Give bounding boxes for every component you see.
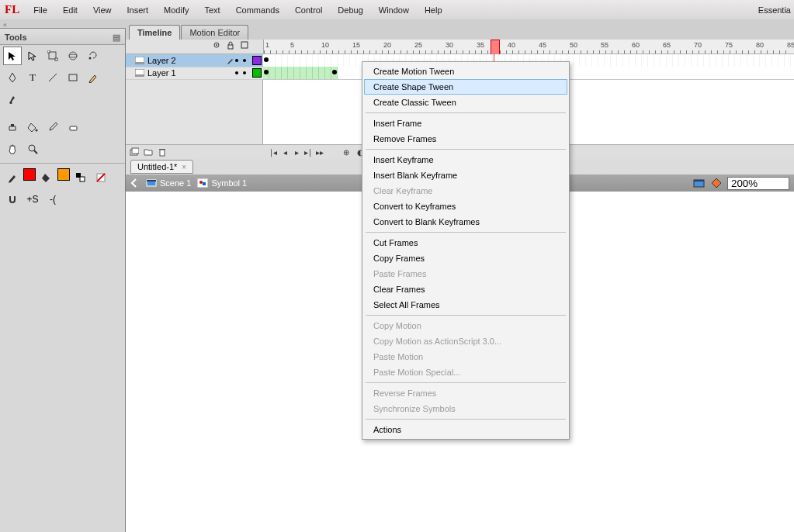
outline-color-swatch[interactable] [252,68,262,78]
pen-tool[interactable] [3,68,22,87]
tools-panel-title: Tools ▤ [0,29,125,45]
rectangle-tool[interactable] [64,68,82,87]
ink-bottle-tool[interactable] [3,118,22,136]
prev-frame-button[interactable]: ◂ [279,147,290,157]
no-color-icon[interactable] [92,168,110,187]
keyframe-icon[interactable] [264,70,269,74]
menu-insert[interactable]: Insert [127,5,149,15]
svg-point-31 [199,181,203,184]
context-menu-item[interactable]: Create Classic Tween [364,95,567,110]
menu-control[interactable]: Control [295,5,322,15]
line-tool[interactable] [43,68,62,87]
context-menu-item: Copy Motion as ActionScript 3.0... [364,333,567,349]
selection-tool[interactable] [3,47,22,65]
menu-edit[interactable]: Edit [63,5,78,15]
tab-motion-editor[interactable]: Motion Editor [181,25,248,40]
new-layer-button[interactable] [129,147,140,157]
workspace-switcher[interactable]: Essentia [758,5,791,15]
symbol-crumb[interactable]: Symbol 1 [197,178,247,188]
tools-grip-icon[interactable]: ▤ [113,33,120,43]
delete-layer-button[interactable] [157,147,168,157]
context-menu-item[interactable]: Clear Frames [364,282,567,297]
smooth-option[interactable]: +S [23,190,42,209]
visibility-dot[interactable] [235,59,238,62]
timeline-header: 1510152025303540455055606570758085 [126,40,794,54]
svg-point-10 [29,145,35,151]
playhead[interactable] [491,40,500,54]
svg-point-8 [36,130,38,132]
free-transform-tool[interactable] [43,47,62,65]
context-menu-item[interactable]: Convert to Keyframes [364,199,567,214]
collapse-icon[interactable]: « [3,21,7,29]
menu-view[interactable]: View [93,5,112,15]
scene-crumb[interactable]: Scene 1 [146,178,191,188]
menu-commands[interactable]: Commands [236,5,279,15]
document-tab[interactable]: Untitled-1* × [130,160,193,174]
lock-dot[interactable] [243,71,246,74]
visibility-dot[interactable] [235,71,238,74]
brush-tool[interactable] [3,90,22,109]
keyframe-icon[interactable] [264,57,269,62]
subselection-tool[interactable] [23,47,42,65]
zoom-input[interactable] [727,177,789,190]
outline-column-icon[interactable] [240,40,249,50]
fill-color-swatch[interactable] [57,168,70,181]
visibility-column-icon[interactable] [212,40,221,50]
menu-debug[interactable]: Debug [338,5,362,15]
context-menu-item[interactable]: Copy Frames [364,250,567,266]
straighten-option[interactable]: -( [43,190,62,209]
svg-rect-19 [241,42,248,48]
context-menu-item[interactable]: Cut Frames [364,235,567,250]
hand-tool[interactable] [3,140,22,158]
eraser-tool[interactable] [64,118,82,136]
pencil-tool[interactable] [84,68,102,87]
tab-timeline[interactable]: Timeline [129,25,180,40]
keyframe-icon[interactable] [332,70,337,74]
context-menu-item[interactable]: Insert Blank Keyframe [364,168,567,183]
svg-rect-18 [228,45,233,49]
play-button[interactable]: ▸ [291,147,302,157]
center-frame-button[interactable]: ⊕ [341,147,352,157]
context-menu-item[interactable]: Select All Frames [364,297,567,313]
svg-rect-26 [160,150,165,156]
context-menu-item[interactable]: Remove Frames [364,131,567,147]
text-tool[interactable]: T [23,68,42,87]
paint-bucket-tool[interactable] [23,118,42,136]
svg-point-5 [89,57,92,60]
svg-rect-7 [69,74,77,81]
context-menu-item[interactable]: Convert to Blank Keyframes [364,214,567,230]
3d-rotation-tool[interactable] [64,47,82,65]
lasso-tool[interactable] [84,47,102,65]
zoom-tool[interactable] [23,140,42,158]
last-frame-button[interactable]: ▸▸ [314,147,325,157]
context-menu-item[interactable]: Create Shape Tween [364,79,567,95]
new-folder-button[interactable] [143,147,154,157]
next-frame-button[interactable]: ▸∣ [303,147,314,157]
menu-window[interactable]: Window [379,5,409,15]
edit-scene-icon[interactable] [693,178,706,188]
eyedropper-tool[interactable] [43,118,62,136]
back-button[interactable] [129,178,140,188]
close-icon[interactable]: × [182,163,186,171]
outline-color-swatch[interactable] [252,56,262,65]
first-frame-button[interactable]: ∣◂ [268,147,279,157]
context-menu-item[interactable]: Actions [364,422,567,437]
menu-file[interactable]: File [33,5,47,15]
context-menu-item[interactable]: Insert Keyframe [364,152,567,168]
menu-text[interactable]: Text [204,5,220,15]
context-menu-item[interactable]: Insert Frame [364,116,567,131]
context-menu: Create Motion TweenCreate Shape TweenCre… [362,61,570,440]
context-menu-item[interactable]: Create Motion Tween [364,64,567,79]
menu-modify[interactable]: Modify [164,5,189,15]
layer-name: Layer 2 [147,56,227,65]
layer-name: Layer 1 [147,68,227,78]
menu-help[interactable]: Help [425,5,442,15]
bw-swap-icon[interactable] [71,168,90,187]
snap-tool[interactable] [3,190,22,209]
tools-panel: Tools ▤ T [0,29,126,532]
lock-dot[interactable] [243,59,246,62]
frame-ruler[interactable]: 1510152025303540455055606570758085 [263,40,794,54]
edit-symbol-icon[interactable] [710,178,723,188]
lock-column-icon[interactable] [226,40,235,50]
stroke-color-swatch[interactable] [23,168,36,181]
